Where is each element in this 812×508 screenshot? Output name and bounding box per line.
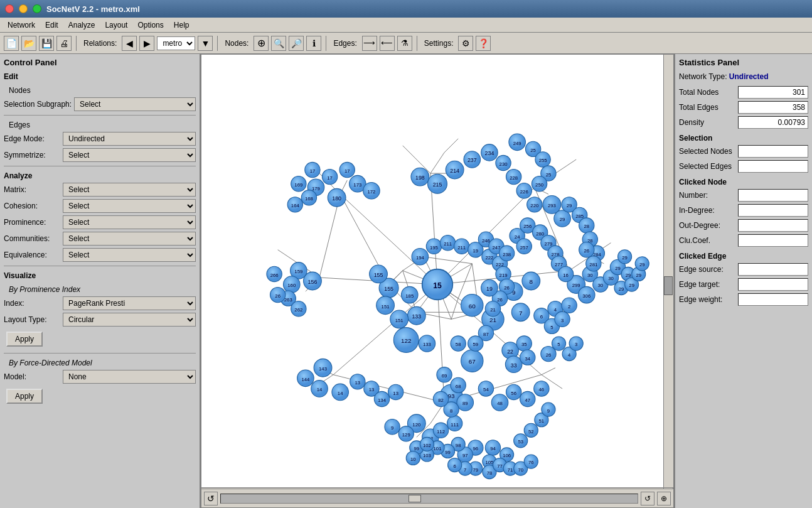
number-value xyxy=(738,189,808,202)
index-select[interactable]: PageRank Presti xyxy=(63,296,196,310)
svg-text:21: 21 xyxy=(489,316,497,323)
svg-text:195: 195 xyxy=(430,245,438,251)
svg-text:5: 5 xyxy=(550,325,553,330)
svg-text:112: 112 xyxy=(437,429,445,435)
communities-select[interactable]: Select xyxy=(63,232,196,246)
relations-select[interactable]: metro xyxy=(157,36,195,50)
new-btn[interactable]: 📄 xyxy=(4,36,19,51)
maximize-btn[interactable] xyxy=(33,4,41,13)
relations-add[interactable]: ▼ xyxy=(198,36,213,51)
zoom-slider[interactable] xyxy=(220,494,638,504)
analyze-section: Analyze xyxy=(4,171,196,180)
edges-btn1[interactable]: ⟶ xyxy=(362,36,377,51)
menu-options[interactable]: Options xyxy=(132,19,168,31)
nodes-search-btn[interactable]: 🔎 xyxy=(289,36,304,51)
svg-text:306: 306 xyxy=(582,293,590,299)
divider-2 xyxy=(4,166,196,166)
svg-text:35: 35 xyxy=(521,342,527,347)
svg-text:16: 16 xyxy=(563,273,569,278)
nodes-info-btn[interactable]: ℹ xyxy=(306,36,321,51)
svg-text:247: 247 xyxy=(493,245,501,251)
svg-text:71: 71 xyxy=(508,467,513,473)
selection-subgraph-select[interactable]: Select xyxy=(74,97,196,111)
zoom-fit-btn[interactable]: ⊕ xyxy=(657,492,671,505)
model-select[interactable]: None xyxy=(63,370,196,384)
apply-btn-2[interactable]: Apply xyxy=(6,389,43,404)
svg-text:98: 98 xyxy=(456,443,461,448)
symmetrize-select[interactable]: Select xyxy=(63,148,196,162)
canvas-vscrollbar[interactable] xyxy=(663,55,673,497)
minimize-btn[interactable] xyxy=(19,4,28,13)
svg-text:52: 52 xyxy=(528,429,534,435)
svg-text:99: 99 xyxy=(414,446,420,451)
svg-text:262: 262 xyxy=(294,307,302,313)
menu-layout[interactable]: Layout xyxy=(100,19,132,31)
svg-text:93: 93 xyxy=(448,392,456,399)
density-value: 0.00793 xyxy=(738,116,808,129)
svg-text:29: 29 xyxy=(567,203,572,208)
edges-btn2[interactable]: ⟵ xyxy=(380,36,395,51)
nodes-add-btn[interactable]: ⊕ xyxy=(254,36,269,51)
control-panel-title: Control Panel xyxy=(4,58,196,67)
save-btn[interactable]: 💾 xyxy=(39,36,54,51)
layout-type-select[interactable]: Circular xyxy=(63,313,196,327)
svg-text:9: 9 xyxy=(391,425,393,431)
svg-text:280: 280 xyxy=(536,231,544,237)
equivalence-select[interactable]: Select xyxy=(63,248,196,262)
divider-3 xyxy=(4,266,196,266)
svg-text:60: 60 xyxy=(469,303,476,310)
equivalence-row: Equivalence: Select xyxy=(4,248,196,262)
reset-zoom-btn[interactable]: ↺ xyxy=(641,492,654,505)
canvas-area[interactable]: 🔍 xyxy=(201,54,674,508)
edges-filter-btn[interactable]: ⚗ xyxy=(397,36,412,51)
svg-text:103: 103 xyxy=(423,453,431,458)
svg-text:4: 4 xyxy=(554,307,557,313)
settings-gear-btn[interactable]: ⚙ xyxy=(458,36,473,51)
relations-next[interactable]: ▶ xyxy=(139,36,154,51)
svg-text:222: 222 xyxy=(485,255,493,261)
toolbar-sep-4 xyxy=(417,36,417,51)
zoom-thumb[interactable] xyxy=(409,495,421,502)
close-btn[interactable] xyxy=(5,4,14,13)
svg-text:29: 29 xyxy=(639,262,645,268)
layout-type-label: Layout Type: xyxy=(4,315,60,324)
svg-text:82: 82 xyxy=(438,397,444,403)
prominence-select[interactable]: Select xyxy=(63,215,196,229)
svg-text:30: 30 xyxy=(587,273,593,278)
print-btn[interactable]: 🖨 xyxy=(56,36,72,51)
menu-analyze[interactable]: Analyze xyxy=(63,19,100,31)
svg-text:237: 237 xyxy=(467,157,477,163)
menu-help[interactable]: Help xyxy=(169,19,195,31)
menu-edit[interactable]: Edit xyxy=(40,19,63,31)
matrix-select[interactable]: Select xyxy=(63,183,196,197)
svg-text:77: 77 xyxy=(497,463,503,469)
density-row: Density 0.00793 xyxy=(679,116,808,129)
menu-network[interactable]: Network xyxy=(3,19,40,31)
svg-text:8: 8 xyxy=(530,278,533,285)
svg-text:7: 7 xyxy=(464,467,466,473)
edges-section: Edges xyxy=(9,121,196,129)
rotate-btn[interactable]: ↺ xyxy=(204,492,218,505)
svg-text:89: 89 xyxy=(462,401,468,406)
svg-text:70: 70 xyxy=(518,467,523,473)
svg-text:19: 19 xyxy=(486,286,493,292)
open-btn[interactable]: 📂 xyxy=(21,36,36,51)
apply-btn-1[interactable]: Apply xyxy=(6,332,43,347)
svg-text:17: 17 xyxy=(327,175,333,181)
settings-help-btn[interactable]: ❓ xyxy=(476,36,491,51)
toolbar-sep-2 xyxy=(217,36,218,51)
nodes-find-btn[interactable]: 🔍 xyxy=(271,36,286,51)
svg-text:30: 30 xyxy=(598,283,604,288)
svg-text:53: 53 xyxy=(518,439,523,445)
relations-prev[interactable]: ◀ xyxy=(122,36,137,51)
edge-mode-select[interactable]: Undirected Directed xyxy=(63,132,196,146)
edge-weight-row: Edge weight: xyxy=(679,293,808,306)
svg-text:76: 76 xyxy=(528,460,534,465)
svg-text:155: 155 xyxy=(374,272,383,278)
canvas-bottom-bar: ↺ ↺ ⊕ xyxy=(201,489,673,507)
symmetrize-row: Symmetrize: Select xyxy=(4,148,196,162)
cohesion-select[interactable]: Select xyxy=(63,199,196,213)
svg-text:228: 228 xyxy=(510,175,518,181)
nodes-label: Nodes: xyxy=(225,39,248,48)
main-layout: Control Panel Edit Nodes Selection Subgr… xyxy=(0,54,812,508)
